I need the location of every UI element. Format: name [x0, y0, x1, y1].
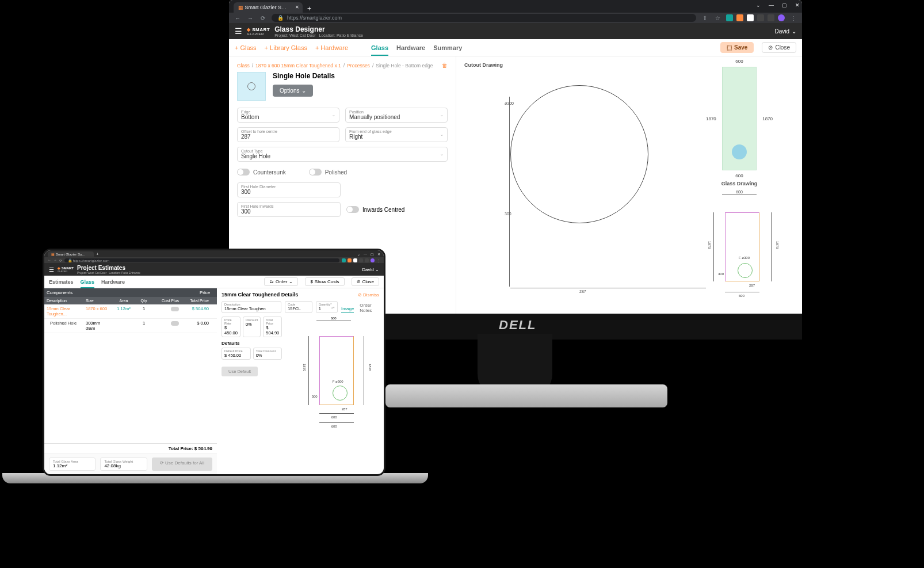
- new-tab-icon[interactable]: +: [94, 251, 101, 257]
- extension-icon[interactable]: [726, 14, 733, 21]
- crumb-item[interactable]: 1870 x 600 15mm Clear Toughened x 1: [255, 63, 341, 68]
- hamburger-icon[interactable]: ☰: [235, 26, 242, 36]
- close-button[interactable]: ⊘ Close: [352, 277, 379, 286]
- crumb-glass[interactable]: Glass: [237, 63, 250, 68]
- hole-thumbnail: [237, 72, 266, 101]
- save-button[interactable]: ⬚ Save: [720, 42, 754, 53]
- quantity-stepper[interactable]: Quantity*1 ▴▾: [316, 301, 338, 313]
- countersunk-toggle[interactable]: Countersunk: [237, 169, 286, 176]
- reload-icon[interactable]: ⟳: [59, 258, 62, 262]
- chevron-down-icon[interactable]: ⌄: [357, 252, 360, 256]
- profile-avatar-icon[interactable]: [371, 258, 375, 262]
- add-hardware-button[interactable]: + Hardware: [315, 44, 348, 51]
- close-tab-icon[interactable]: ✕: [295, 5, 299, 10]
- hole-inwards-input[interactable]: First Hole Inwards 300: [237, 202, 341, 217]
- kebab-menu-icon[interactable]: ⋮: [377, 258, 380, 262]
- dismiss-button[interactable]: ⊘ Dismiss: [358, 292, 379, 298]
- extension-icon[interactable]: [768, 14, 774, 21]
- back-icon[interactable]: ←: [234, 15, 242, 21]
- laptop-app-header: ☰ ◆ SMART GLAZIER Project Estimates Proj…: [44, 263, 384, 276]
- total-glass-area: Total Glass Area 1.12m²: [49, 458, 96, 471]
- extension-icon[interactable]: [736, 14, 743, 21]
- tab-estimates[interactable]: Estimates: [49, 279, 74, 285]
- offset-input[interactable]: Offset to hole centre 287: [237, 127, 339, 142]
- discount-field[interactable]: Discount0%: [243, 317, 261, 337]
- tab-hardware[interactable]: Hardware: [101, 279, 125, 285]
- th-components: Components: [44, 288, 193, 297]
- from-edge-select[interactable]: From end of glass edge Right ⌄: [345, 127, 448, 142]
- star-icon[interactable]: ☆: [713, 15, 721, 21]
- extension-icon[interactable]: [353, 258, 357, 262]
- forward-icon[interactable]: →: [246, 15, 254, 21]
- description-field[interactable]: Description15mm Clear Toughen: [222, 301, 281, 313]
- th-totalprice: Total Price: [181, 297, 211, 304]
- delete-icon[interactable]: 🗑: [442, 62, 448, 68]
- glass-drawing-title: Glass Drawing: [685, 181, 794, 186]
- maximize-icon[interactable]: ▢: [782, 2, 787, 8]
- extension-icon[interactable]: [348, 258, 352, 262]
- url-field[interactable]: 🔒 https://smartglazier.com: [272, 14, 696, 22]
- dismiss-icon: ⊘: [358, 292, 362, 298]
- page-subtitle: Project: West Cat Door Location: Patio E…: [274, 33, 363, 37]
- laptop-browser-tab[interactable]: ▦ Smart Glazier Software: [48, 251, 94, 257]
- minimize-icon[interactable]: —: [364, 252, 367, 256]
- extension-icon[interactable]: [365, 258, 369, 262]
- share-icon[interactable]: ⇧: [701, 15, 709, 21]
- code-field[interactable]: Code15FCL: [285, 301, 312, 313]
- dim-label: 300: [718, 272, 724, 276]
- switch-icon[interactable]: [171, 307, 179, 311]
- position-select[interactable]: Position Manually positioned ⌄: [345, 108, 448, 123]
- cutout-type-select[interactable]: Cutout Type Single Hole ⌄: [237, 147, 448, 162]
- polished-toggle[interactable]: Polished: [309, 169, 347, 176]
- order-button[interactable]: 🗂 Order ⌄: [264, 277, 298, 286]
- extensions-puzzle-icon[interactable]: [747, 14, 754, 21]
- maximize-icon[interactable]: ▢: [371, 252, 374, 256]
- use-default-button[interactable]: Use Default: [222, 367, 258, 376]
- user-menu[interactable]: David ⌄: [362, 267, 379, 272]
- extension-icon[interactable]: [757, 14, 764, 21]
- forward-icon[interactable]: →: [54, 258, 57, 262]
- chevron-down-icon: ⌄: [301, 87, 306, 94]
- tab-summary[interactable]: Summary: [433, 44, 462, 51]
- use-defaults-all-button[interactable]: ⟳ Use Defaults for All: [152, 458, 212, 471]
- chevron-down-icon: ⌄: [440, 152, 444, 157]
- hole-diameter-input[interactable]: First Hole Diameter 300: [237, 182, 341, 197]
- browser-tab[interactable]: ▦ Smart Glazier Software ✕: [234, 2, 303, 13]
- close-window-icon[interactable]: ✕: [377, 252, 380, 256]
- table-row[interactable]: Polished Hole 300mm diam 1 $ 0.00: [44, 319, 217, 333]
- table-row[interactable]: 15mm Clear Toughen... 1870 x 600 1.12m² …: [44, 304, 217, 319]
- minimize-icon[interactable]: —: [769, 2, 774, 8]
- tab-glass[interactable]: Glass: [371, 44, 388, 56]
- user-menu[interactable]: David ⌄: [774, 28, 796, 35]
- dim-label: 300: [505, 212, 511, 216]
- hamburger-icon[interactable]: ☰: [49, 266, 54, 273]
- extension-icon[interactable]: [342, 258, 346, 262]
- inwards-centred-toggle[interactable]: Inwards Centred: [346, 206, 404, 213]
- extension-icon[interactable]: [359, 258, 363, 262]
- reload-icon[interactable]: ⟳: [259, 15, 267, 21]
- kebab-menu-icon[interactable]: ⋮: [789, 15, 797, 21]
- add-library-glass-button[interactable]: + Library Glass: [265, 44, 307, 51]
- options-button[interactable]: Options ⌄: [273, 85, 313, 97]
- switch-icon[interactable]: [171, 321, 179, 326]
- add-glass-button[interactable]: + Glass: [235, 44, 257, 51]
- edge-select[interactable]: Edge Bottom ⌄: [237, 108, 339, 123]
- laptop-window: ▦ Smart Glazier Software + ⌄ — ▢ ✕ ← → ⟳…: [43, 249, 385, 476]
- close-window-icon[interactable]: ✕: [795, 2, 800, 8]
- tab-hardware[interactable]: Hardware: [396, 44, 425, 51]
- new-tab-icon[interactable]: +: [303, 5, 316, 13]
- tab-glass[interactable]: Glass: [81, 279, 95, 288]
- dim-label: 287: [579, 289, 586, 293]
- dim-label: 600: [739, 294, 744, 298]
- back-icon[interactable]: ←: [48, 258, 51, 262]
- url-field[interactable]: 🔒 https://smartglazier.com: [64, 258, 339, 262]
- price-rate-field[interactable]: Price Rate$ 450.00: [222, 317, 240, 337]
- crumb-processes[interactable]: Processes: [347, 63, 370, 68]
- show-costs-button[interactable]: $ Show Costs: [305, 277, 344, 286]
- tab-order-notes[interactable]: Order Notes: [360, 303, 379, 313]
- profile-avatar-icon[interactable]: [778, 14, 785, 21]
- close-button[interactable]: ⊘ Close: [762, 42, 796, 53]
- chevron-down-icon[interactable]: ⌄: [756, 2, 761, 8]
- close-icon: ⊘: [357, 279, 361, 284]
- tab-image[interactable]: Image: [341, 306, 354, 313]
